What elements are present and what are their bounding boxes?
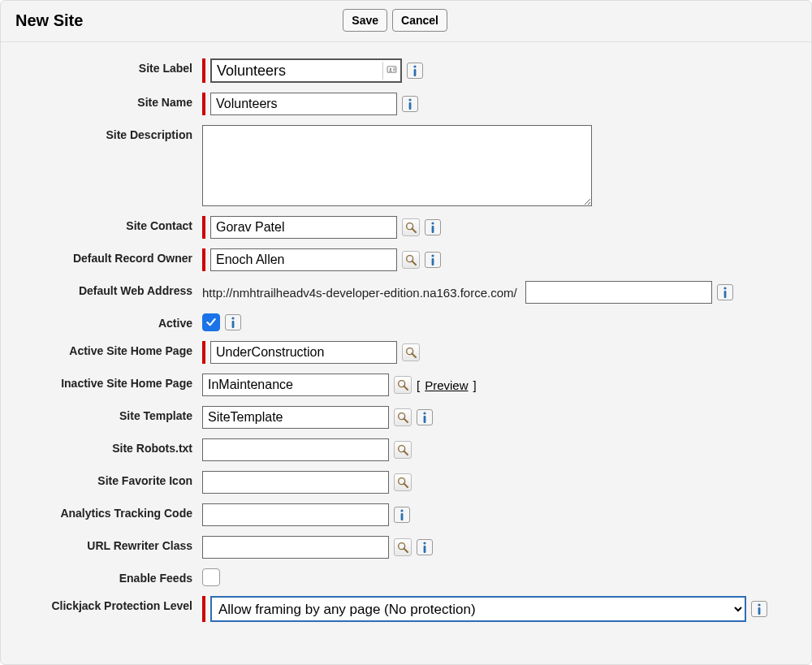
svg-line-22 <box>412 353 416 357</box>
lookup-icon[interactable] <box>394 408 412 426</box>
info-icon[interactable] <box>717 284 733 300</box>
svg-rect-40 <box>758 607 761 615</box>
svg-rect-20 <box>232 321 235 328</box>
site-contact-label: Site Contact <box>9 216 202 232</box>
save-button[interactable]: Save <box>343 9 387 32</box>
new-site-form: New Site Save Cancel Site Label <box>0 0 812 665</box>
info-icon[interactable] <box>425 219 441 235</box>
required-indicator <box>202 216 205 239</box>
svg-point-7 <box>408 98 411 101</box>
form-body: Site Label Site Name <box>1 42 811 640</box>
lookup-icon[interactable] <box>394 538 412 556</box>
site-description-label: Site Description <box>9 125 202 141</box>
svg-point-17 <box>723 287 726 289</box>
robots-label: Site Robots.txt <box>9 438 202 455</box>
form-header: New Site Save Cancel <box>1 1 811 42</box>
info-icon[interactable] <box>417 539 433 555</box>
required-indicator <box>202 248 205 271</box>
svg-rect-6 <box>414 69 417 76</box>
svg-rect-8 <box>409 102 412 110</box>
site-label-label: Site Label <box>9 58 202 75</box>
web-address-prefix: http://nmhtrailheadv4s-developer-edition… <box>202 286 520 300</box>
svg-point-11 <box>431 222 434 224</box>
clickjack-label: Clickjack Protection Level <box>9 596 202 612</box>
cancel-button[interactable]: Cancel <box>392 9 447 32</box>
lookup-icon[interactable] <box>402 251 420 269</box>
svg-rect-38 <box>424 546 426 553</box>
site-name-label: Site Name <box>9 93 202 109</box>
required-indicator <box>202 341 205 364</box>
site-label-field-wrap <box>210 58 402 83</box>
info-icon[interactable] <box>425 252 441 268</box>
default-record-owner-label: Default Record Owner <box>9 248 202 265</box>
page-title: New Site <box>15 11 83 30</box>
site-contact-input[interactable] <box>210 216 397 239</box>
default-web-address-label: Default Web Address <box>9 281 202 297</box>
site-description-textarea[interactable] <box>202 125 592 206</box>
header-buttons: Save Cancel <box>343 9 447 32</box>
active-home-label: Active Site Home Page <box>9 341 202 357</box>
svg-point-15 <box>431 254 434 257</box>
svg-rect-18 <box>723 291 726 298</box>
active-home-input[interactable] <box>210 341 397 364</box>
svg-point-39 <box>758 603 760 606</box>
preview-link[interactable]: Preview <box>425 378 468 392</box>
contact-card-icon[interactable] <box>382 62 400 80</box>
site-name-input[interactable] <box>210 93 397 115</box>
required-indicator <box>202 596 205 622</box>
required-indicator <box>202 58 205 83</box>
info-icon[interactable] <box>407 63 423 79</box>
enable-feeds-label: Enable Feeds <box>9 568 202 585</box>
site-label-input[interactable] <box>212 61 382 81</box>
lookup-icon[interactable] <box>402 218 420 236</box>
svg-line-36 <box>404 548 408 552</box>
svg-rect-34 <box>401 513 404 520</box>
svg-line-32 <box>404 483 408 487</box>
favicon-input[interactable] <box>202 471 389 494</box>
enable-feeds-checkbox[interactable] <box>202 568 220 586</box>
analytics-input[interactable] <box>202 503 389 526</box>
lookup-icon[interactable] <box>394 473 412 491</box>
svg-point-27 <box>423 412 425 414</box>
svg-rect-16 <box>432 258 434 266</box>
url-rewriter-input[interactable] <box>202 536 389 559</box>
svg-line-10 <box>412 228 416 232</box>
active-checkbox[interactable] <box>202 313 220 331</box>
required-indicator <box>202 93 205 115</box>
bracket-close: ] <box>473 378 477 392</box>
robots-input[interactable] <box>202 438 389 461</box>
analytics-label: Analytics Tracking Code <box>9 503 202 520</box>
info-icon[interactable] <box>751 601 767 617</box>
svg-line-26 <box>404 418 408 422</box>
svg-line-30 <box>404 451 408 455</box>
active-label: Active <box>9 313 202 330</box>
svg-point-19 <box>231 317 234 319</box>
svg-point-5 <box>413 65 416 67</box>
svg-rect-28 <box>424 416 426 423</box>
svg-rect-12 <box>432 226 434 233</box>
site-template-input[interactable] <box>202 406 389 429</box>
clickjack-select[interactable]: Allow framing by any page (No protection… <box>210 596 746 622</box>
info-icon[interactable] <box>225 314 241 330</box>
inactive-home-label: Inactive Site Home Page <box>9 374 202 390</box>
bracket-open: [ <box>417 378 420 392</box>
lookup-icon[interactable] <box>394 441 412 459</box>
default-record-owner-input[interactable] <box>210 248 397 271</box>
favicon-label: Site Favorite Icon <box>9 471 202 487</box>
site-template-label: Site Template <box>9 406 202 422</box>
info-icon[interactable] <box>394 507 410 523</box>
web-address-suffix-input[interactable] <box>525 281 712 304</box>
inactive-home-input[interactable] <box>202 374 389 396</box>
lookup-icon[interactable] <box>394 376 412 394</box>
svg-point-37 <box>423 542 425 544</box>
info-icon[interactable] <box>402 96 418 112</box>
svg-line-24 <box>404 386 408 390</box>
lookup-icon[interactable] <box>402 343 420 361</box>
url-rewriter-label: URL Rewriter Class <box>9 536 202 552</box>
svg-point-33 <box>400 509 403 512</box>
svg-line-14 <box>412 261 416 265</box>
svg-point-1 <box>390 68 391 70</box>
info-icon[interactable] <box>417 409 433 425</box>
